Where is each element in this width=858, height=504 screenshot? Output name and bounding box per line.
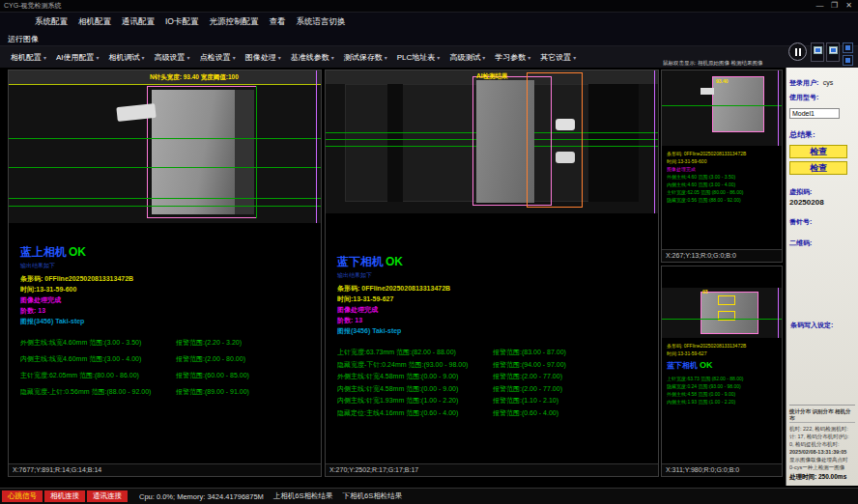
camera-image-left[interactable]: N针头宽度: 93.40 宽度阈值:100 [9,70,321,223]
menu-item-io-config[interactable]: IO卡配置 [165,16,198,28]
image-icon [829,46,838,54]
heartbeat-indicator: 心跳信号 [2,490,43,502]
toolbar-other-settings[interactable]: 其它设置▾ [537,50,579,65]
menu-item-view[interactable]: 查看 [269,16,285,28]
alarm-range: 报警范围:(2.00 - 80.00) [176,354,245,371]
chevron-down-icon: ▾ [528,54,530,61]
time-text: 时间:13-31-59-627 [667,350,782,357]
barcode-text: 条形码: 0FFline2025020813313472B [337,283,654,294]
measurement-value: 外侧主线:针宽4.58mm 范围:(0.00 - 9.00) [337,372,487,384]
toolbar-ai-config[interactable]: AI使用配置▾ [53,50,102,65]
toolbar-image-process[interactable]: 图像处理▾ [243,50,284,65]
part-shadow [235,90,254,214]
machine-column [588,84,639,202]
stats-line: 0-cys一种上检测一图像 [789,463,855,471]
time-text: 时间:13-31-59-627 [337,294,654,304]
edge-marker [778,70,779,146]
alarm-range: 报警范围:(2.00 - 77.00) [493,384,562,397]
measurement-value: 隐藏宽度-上针:0.56mm 范围:(88.00 - 92.00) [20,387,170,404]
measurement-row: 外侧主线:针宽4.58mm 范围:(0.00 - 9.00)报警范围:(2.00… [337,372,654,384]
camera-image-small-bottom[interactable]: 93 [662,288,782,338]
menu-bar: 系统配置 相机配置 通讯配置 IO卡配置 光源控制配置 查看 系统语言切换 [0,13,858,32]
step-count: 阶数: 13 [20,305,317,316]
toolbar-advanced-test[interactable]: 高级测试▾ [446,50,488,65]
info-panel: 登录用户: cys 使用型号: 总结果: 检查 检查 虚拟码: 20250208… [786,68,858,486]
toolbar-baseline-params[interactable]: 基准线参数▾ [288,50,337,65]
measurement-row: 内侧主线:针宽1.93mm 范围:(1.00 - 2.20)报警范围:(1.10… [337,396,654,408]
virtual-code-value: 20250208 [789,198,855,207]
measurement-value: 上针宽度:63.73mm 范围:(82.00 - 88.00) [337,348,487,360]
measurement-value: 隐藏宽度:0.56 范围:(88.00 - 92.00) [667,196,782,204]
toolbar-test-save[interactable]: 测试保存数▾ [341,50,390,65]
minimize-button[interactable]: — [813,0,827,13]
toolbar-advanced-settings[interactable]: 高级设置▾ [152,50,193,65]
total-result-label: 总结果: [789,124,855,141]
pixel-coords-readout: X:267;Y:13;R:0;G:0;B:0 [662,249,782,262]
camera-icon [814,46,822,54]
measure-line-vertical [256,86,257,218]
mini-tool-icon[interactable] [843,55,853,66]
title-bar: CYG-视觉检测系统 — ❐ ✕ [0,0,858,13]
comm-connection-indicator: 通讯连接 [87,490,128,502]
measurement-value: 主针宽度:62.05mm 范围:(80.00 - 86.00) [20,371,170,387]
chevron-down-icon: ▾ [233,54,236,61]
tab-run-image[interactable]: 运行图像 [8,34,39,44]
camera-image-small-top[interactable]: 93.40 [662,70,782,146]
time-text: 时间:13-31-59-600 [20,284,317,294]
process-status: 图像处理完成 [20,294,317,305]
menu-item-light-config[interactable]: 光源控制配置 [209,16,258,28]
camera-view-small-top[interactable]: 93.40 条形码: 0FFline2025020813313472B 时间:1… [661,70,783,263]
bright-spot [556,152,575,163]
measurement-row: 上针宽度:63.73mm 范围:(82.00 - 88.00)报警范围:(83.… [337,348,654,360]
connector [701,88,714,95]
result-subtitle: 输出结果如下 [337,271,654,280]
ai-detect-rect [718,295,735,305]
mini-tool-icon[interactable] [843,42,853,53]
camera-result-title: 蓝上相机OK [20,244,317,261]
tab-row: 运行图像 [0,32,858,46]
alarm-range: 报警范围:(2.00 - 77.00) [493,372,562,384]
bright-spot [556,119,575,130]
menu-item-system-config[interactable]: 系统配置 [35,16,68,28]
edge-marker [778,288,779,338]
process-status: 图像处理完成 [667,165,782,173]
pixel-coords-readout: X:270;Y:2502;R:17;G:17;B:17 [326,463,658,476]
menu-item-comm-config[interactable]: 通讯配置 [122,16,155,28]
edge-marker [316,70,317,223]
model-input[interactable] [789,108,840,119]
pixel-coords-readout: X:311;Y:980;R:0;G:0;B:0 [662,463,782,476]
toolbar-camera-config[interactable]: 相机配置▾ [8,50,49,65]
pause-icon [799,48,801,56]
chevron-down-icon: ▾ [331,54,334,61]
task-step: 图报(3456) Taki-step [20,316,317,326]
alarm-range: 报警范围:(2.20 - 3.20) [176,338,242,354]
model-row: 使用型号: [789,93,855,120]
alarm-range: 报警范围:(89.00 - 91.00) [176,387,249,404]
image-save-button[interactable] [826,42,840,62]
camera-snapshot-button[interactable] [811,42,824,62]
window-title: CYG-视觉检测系统 [4,1,62,11]
menu-item-language[interactable]: 系统语言切换 [296,16,345,28]
toolbar-spot-check[interactable]: 点检设置▾ [197,50,239,65]
chevron-down-icon: ▾ [97,54,100,61]
login-user-row: 登录用户: cys [789,71,855,89]
toolbar-learn-params[interactable]: 学习参数▾ [492,50,533,65]
camera-view-center[interactable]: AI检测结果 蓝下相机OK 输出结果如下 条形码: 0FFline2025020… [325,70,659,477]
maximize-button[interactable]: ❐ [827,0,842,13]
measure-line [662,105,782,106]
measurement-value: 隐藏定位:主线4.16mm 范围:(0.60 - 4.00) [337,408,487,421]
toolbar-camera-debug[interactable]: 相机调试▾ [106,50,148,65]
stats-line: 0, 检码提机分布机时: [789,440,855,448]
pause-button[interactable] [788,42,807,61]
chevron-down-icon: ▾ [437,54,440,61]
menu-item-camera-config[interactable]: 相机配置 [78,16,111,28]
camera-view-left[interactable]: N针头宽度: 93.40 宽度阈值:100 蓝上相机OK 输出结果如下 条形码:… [8,70,322,477]
measurement-value: 内侧主线:针宽1.93mm 范围:(1.00 - 2.20) [337,396,487,408]
close-button[interactable]: ✕ [842,0,856,13]
machine-column [387,84,403,202]
measure-line [9,167,321,168]
camera-image-center[interactable]: AI检测结果 [326,70,658,213]
camera-view-small-bottom[interactable]: 93 条形码: 0FFline2025020813313472B 时间:13-3… [661,266,783,477]
measurement-row: 内侧主线:线宽4.60mm 范围:(3.00 - 4.00)报警范围:(2.00… [20,354,317,371]
toolbar-plc-address[interactable]: PLC地址表▾ [394,50,443,65]
